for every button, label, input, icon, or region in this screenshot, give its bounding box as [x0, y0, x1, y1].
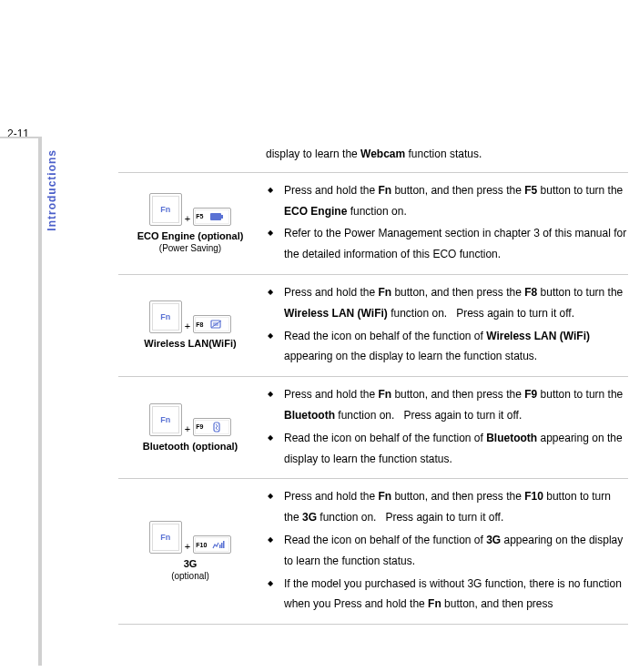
- fx-key-icon: F10: [193, 535, 231, 554]
- key-column: Fn+F5ECO Engine (optional)(Power Saving): [118, 180, 262, 267]
- bullet-item: Refer to the Power Management section in…: [279, 223, 628, 265]
- fx-key-icon: F9: [193, 418, 231, 436]
- bullet-item: Read the icon on behalf of the function …: [279, 326, 628, 368]
- key-subtitle: (optional): [171, 570, 209, 582]
- function-row: Fn+F103G(optional)Press and hold the Fn …: [118, 479, 628, 625]
- fx-key-label: F8: [196, 321, 203, 328]
- description-column: Press and hold the Fn button, and then p…: [262, 180, 628, 267]
- plus-sign: +: [185, 213, 190, 224]
- bullet-item: Press and hold the Fn button, and then p…: [279, 282, 628, 324]
- key-column: Fn+F8Wireless LAN(WiFi): [118, 282, 262, 369]
- bullet-item: Press and hold the Fn button, and then p…: [279, 180, 628, 222]
- fn-key-label: Fn: [160, 312, 170, 321]
- 3g-icon: [208, 539, 228, 550]
- fx-key-label: F5: [196, 213, 203, 219]
- fn-key-label: Fn: [160, 415, 170, 424]
- bullet-item: Press and hold the Fn button, and then p…: [279, 486, 628, 528]
- fn-key-icon: Fn: [149, 300, 182, 333]
- eco-icon: [205, 211, 228, 222]
- side-tab-label: Introductions: [46, 149, 58, 231]
- plus-sign: +: [185, 321, 190, 331]
- bluetooth-icon: [205, 422, 228, 433]
- content-table: display to learn the Webcam function sta…: [118, 144, 628, 625]
- fx-key-icon: F5: [193, 208, 231, 226]
- key-title: 3G: [184, 557, 198, 570]
- fn-key-icon: Fn: [149, 403, 182, 436]
- key-column: Fn+F103G(optional): [118, 486, 262, 616]
- fx-key-label: F10: [196, 542, 207, 548]
- header-fragment-row: display to learn the Webcam function sta…: [118, 144, 628, 173]
- fn-key-label: Fn: [160, 205, 170, 214]
- bullet-list: Press and hold the Fn button, and then p…: [266, 384, 628, 469]
- fn-key-icon: Fn: [149, 521, 182, 554]
- bullet-item: Read the icon on behalf of the function …: [279, 428, 628, 470]
- wifi-icon: [205, 319, 228, 330]
- keys-line: Fn+F5: [149, 193, 231, 226]
- description-column: Press and hold the Fn button, and then p…: [262, 486, 628, 616]
- key-title: Wireless LAN(WiFi): [144, 337, 236, 350]
- function-row: Fn+F5ECO Engine (optional)(Power Saving)…: [118, 173, 628, 275]
- function-row: Fn+F8Wireless LAN(WiFi)Press and hold th…: [118, 275, 628, 377]
- plus-sign: +: [185, 541, 190, 552]
- fn-key-label: Fn: [160, 533, 170, 542]
- fx-key-icon: F8: [193, 315, 231, 333]
- fn-key-icon: Fn: [149, 193, 182, 226]
- key-title: Bluetooth (optional): [143, 440, 238, 453]
- key-title: ECO Engine (optional): [137, 229, 244, 242]
- bullet-item: Read the icon on behalf of the function …: [279, 530, 628, 572]
- plus-sign: +: [185, 423, 190, 434]
- keys-line: Fn+F10: [149, 521, 231, 554]
- key-column: Fn+F9Bluetooth (optional): [118, 384, 262, 471]
- bullet-list: Press and hold the Fn button, and then p…: [266, 282, 628, 367]
- description-column: Press and hold the Fn button, and then p…: [262, 282, 628, 369]
- top-rule: [0, 137, 38, 138]
- key-subtitle: (Power Saving): [159, 242, 221, 254]
- bullet-list: Press and hold the Fn button, and then p…: [266, 180, 628, 265]
- function-row: Fn+F9Bluetooth (optional)Press and hold …: [118, 377, 628, 479]
- side-rail: [38, 137, 42, 666]
- keys-line: Fn+F8: [149, 300, 231, 333]
- fx-key-label: F9: [196, 423, 203, 430]
- bullet-list: Press and hold the Fn button, and then p…: [266, 486, 628, 615]
- description-column: Press and hold the Fn button, and then p…: [262, 384, 628, 471]
- bullet-item: If the model you purchased is without 3G…: [279, 574, 628, 616]
- bullet-item: Press and hold the Fn button, and then p…: [279, 384, 628, 426]
- key-col-empty: [118, 144, 262, 165]
- header-fragment-text: display to learn the Webcam function sta…: [262, 144, 628, 165]
- keys-line: Fn+F9: [149, 403, 231, 436]
